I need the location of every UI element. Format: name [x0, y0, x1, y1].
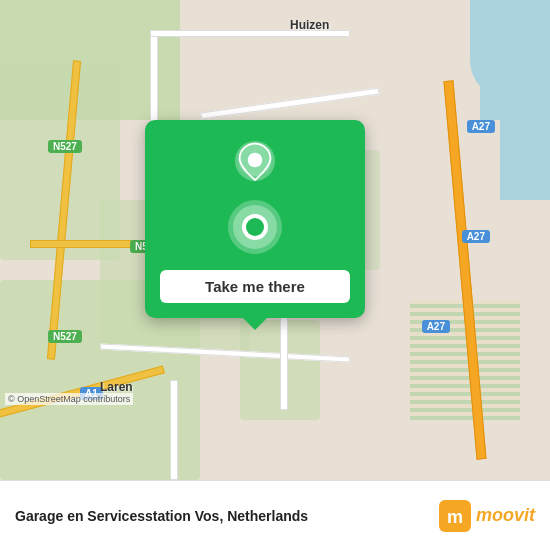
a27-label-3: A27	[422, 320, 450, 333]
osm-attribution: © OpenStreetMap contributors	[5, 393, 133, 405]
moovit-text: moovit	[476, 505, 535, 526]
pin-graphic	[228, 200, 282, 260]
n527-label-2: N527	[48, 330, 82, 343]
map-container: N527 N527 N526 A27 A27 A27 A1 Huizen Lar…	[0, 0, 550, 480]
road-v2	[170, 380, 178, 480]
a27-label-2: A27	[462, 230, 490, 243]
take-me-there-button[interactable]: Take me there	[160, 270, 350, 303]
laren-label: Laren	[100, 380, 133, 394]
location-pin-icon	[230, 140, 280, 190]
moovit-logo: m moovit	[439, 500, 535, 532]
bottom-bar: Garage en Servicesstation Vos, Netherlan…	[0, 480, 550, 550]
svg-text:m: m	[447, 507, 463, 527]
huizen-label: Huizen	[290, 18, 329, 32]
moovit-m-icon: m	[439, 500, 471, 532]
popup-card: Take me there	[145, 120, 365, 318]
a27-label-1: A27	[467, 120, 495, 133]
water-lake	[480, 60, 510, 120]
location-label: Garage en Servicesstation Vos, Netherlan…	[15, 508, 308, 524]
n527-label-1: N527	[48, 140, 82, 153]
